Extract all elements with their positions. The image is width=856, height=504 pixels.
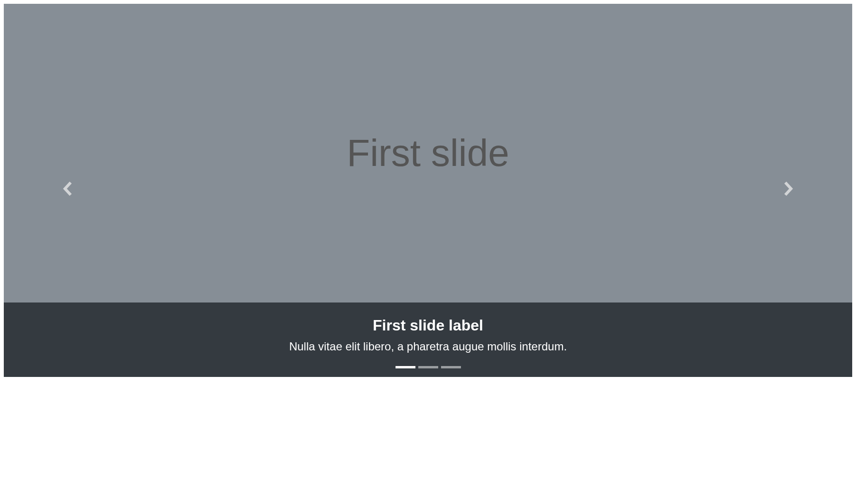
chevron-left-icon — [63, 181, 72, 200]
carousel-indicator-3[interactable] — [441, 366, 461, 368]
chevron-right-icon — [784, 181, 793, 200]
carousel-indicators — [4, 366, 852, 368]
carousel-indicator-1[interactable] — [396, 366, 415, 368]
carousel: First slide First slide label Nulla vita… — [4, 4, 852, 377]
caption-title: First slide label — [13, 317, 843, 334]
carousel-indicator-2[interactable] — [418, 366, 438, 368]
slide-image-placeholder-text: First slide — [347, 131, 509, 175]
carousel-next-button[interactable] — [725, 4, 852, 377]
caption-text: Nulla vitae elit libero, a pharetra augu… — [13, 340, 843, 353]
carousel-prev-button[interactable] — [4, 4, 131, 377]
